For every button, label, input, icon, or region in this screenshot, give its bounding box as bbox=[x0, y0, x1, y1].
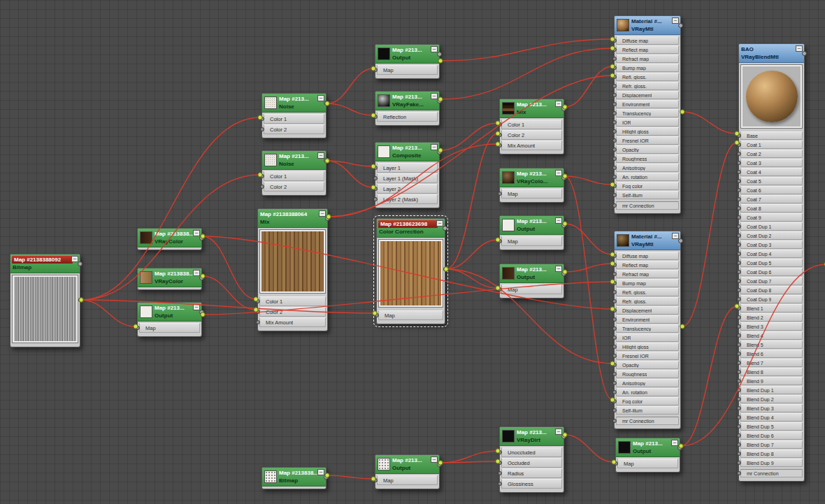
slot-an-rotation[interactable]: An. rotation bbox=[616, 388, 679, 396]
input-socket[interactable] bbox=[612, 138, 617, 143]
output-socket[interactable] bbox=[199, 236, 204, 240]
slot-fog-color[interactable]: Fog color bbox=[616, 182, 679, 190]
slot-blend-6[interactable]: Blend 6 bbox=[740, 350, 803, 358]
input-socket[interactable] bbox=[373, 115, 378, 119]
slot-blend-dup-1[interactable]: Blend Dup 1 bbox=[740, 386, 803, 394]
output-socket[interactable] bbox=[437, 150, 442, 154]
input-socket[interactable] bbox=[737, 379, 741, 383]
node-bitmap-bottom[interactable]: Map #213838...Bitmap– bbox=[261, 467, 327, 489]
slot-layer-2[interactable]: Layer 2 bbox=[377, 184, 438, 194]
slot-roughness[interactable]: Roughness bbox=[616, 370, 679, 378]
node-title-bar[interactable]: Map #213...Output– bbox=[138, 303, 201, 322]
input-socket[interactable] bbox=[737, 134, 741, 138]
input-socket[interactable] bbox=[737, 471, 741, 475]
node-vraycolor-b[interactable]: Map #213838...VRayColor– bbox=[137, 268, 202, 290]
input-socket[interactable] bbox=[737, 461, 741, 465]
input-socket[interactable] bbox=[612, 120, 617, 124]
node-composite[interactable]: Map #213...Composite–Layer 1Layer 1 (Mas… bbox=[375, 142, 440, 208]
input-socket[interactable] bbox=[612, 254, 617, 258]
slot-fresnel-ior[interactable]: Fresnel IOR bbox=[616, 352, 679, 360]
collapse-button[interactable]: – bbox=[672, 233, 679, 239]
node-output-top[interactable]: Map #213...Output–Map bbox=[375, 44, 440, 79]
input-socket[interactable] bbox=[737, 315, 741, 319]
node-output-br[interactable]: Map #213...Output–Map bbox=[615, 438, 680, 473]
slot-coat-dup-7[interactable]: Coat Dup 7 bbox=[740, 277, 803, 285]
input-socket[interactable] bbox=[256, 320, 260, 324]
input-socket[interactable] bbox=[375, 313, 379, 317]
slot-layer-1-mask-[interactable]: Layer 1 (Mask) bbox=[377, 173, 438, 183]
input-socket[interactable] bbox=[612, 129, 617, 134]
slot-reflection[interactable]: Reflection bbox=[377, 112, 438, 122]
input-socket[interactable] bbox=[612, 263, 617, 267]
node-title-bar[interactable]: Map #213...Output– bbox=[375, 45, 439, 64]
input-socket[interactable] bbox=[737, 361, 741, 365]
input-socket[interactable] bbox=[612, 408, 617, 412]
collapse-button[interactable]: – bbox=[193, 270, 200, 276]
slot-mix-amount[interactable]: Mix Amount bbox=[259, 317, 326, 327]
node-title-bar[interactable]: Map #213838...VRayColor– bbox=[138, 229, 201, 247]
slot-reflect-map[interactable]: Reflect map bbox=[616, 45, 679, 54]
slot-color-2[interactable]: Color 2 bbox=[264, 124, 324, 134]
input-socket[interactable] bbox=[612, 48, 617, 52]
node-bitmap-main[interactable]: Map #2138388092Bitmap– bbox=[10, 254, 80, 347]
input-socket[interactable] bbox=[136, 326, 140, 330]
input-socket[interactable] bbox=[737, 415, 741, 419]
collapse-button[interactable]: – bbox=[436, 220, 443, 226]
node-vraycolor-right[interactable]: Map #213...VRayColo...–Map bbox=[499, 168, 564, 203]
input-socket[interactable] bbox=[612, 38, 617, 43]
input-socket[interactable] bbox=[612, 336, 617, 340]
input-socket[interactable] bbox=[737, 433, 741, 438]
input-socket[interactable] bbox=[737, 370, 741, 374]
node-title-bar[interactable]: Map #213...Output– bbox=[375, 455, 439, 474]
slot-refl-gloss-[interactable]: Refl. gloss. bbox=[616, 73, 679, 81]
slot-coat-dup-6[interactable]: Coat Dup 6 bbox=[740, 268, 803, 276]
slot-map[interactable]: Map bbox=[139, 323, 200, 333]
collapse-button[interactable]: – bbox=[671, 440, 678, 446]
input-socket[interactable] bbox=[737, 143, 741, 147]
node-title-bar[interactable]: Map #213...Noise– bbox=[262, 151, 326, 170]
input-socket[interactable] bbox=[612, 381, 617, 385]
input-socket[interactable] bbox=[737, 452, 741, 456]
slot-displacement[interactable]: Displacement bbox=[616, 306, 679, 315]
output-socket[interactable] bbox=[561, 223, 566, 228]
slot-coat-5[interactable]: Coat 5 bbox=[740, 177, 803, 185]
input-socket[interactable] bbox=[612, 111, 617, 115]
input-socket[interactable] bbox=[737, 233, 741, 238]
input-socket[interactable] bbox=[614, 461, 618, 466]
input-socket[interactable] bbox=[612, 147, 617, 152]
collapse-button[interactable]: – bbox=[317, 469, 324, 475]
input-socket[interactable] bbox=[737, 224, 741, 229]
slot-map[interactable]: Map bbox=[377, 475, 438, 485]
slot-mix-amount[interactable]: Mix Amount bbox=[501, 141, 562, 150]
output-socket[interactable] bbox=[802, 51, 807, 56]
input-socket[interactable] bbox=[612, 166, 617, 170]
slot-ior[interactable]: IOR bbox=[616, 118, 679, 127]
slot-self-illum[interactable]: Self-illum bbox=[616, 191, 679, 199]
slot-map[interactable]: Map bbox=[378, 310, 443, 320]
input-socket[interactable] bbox=[612, 326, 617, 331]
output-socket[interactable] bbox=[561, 271, 566, 276]
output-socket[interactable] bbox=[437, 462, 442, 467]
input-socket[interactable] bbox=[737, 161, 741, 165]
input-socket[interactable] bbox=[612, 84, 617, 88]
slot-translucency[interactable]: Translucency bbox=[616, 324, 679, 333]
slot-unoccluded[interactable]: Unoccluded bbox=[501, 447, 562, 457]
collapse-button[interactable]: – bbox=[317, 152, 324, 159]
node-color-correction[interactable]: Map #2138623698Color Correction–Map bbox=[376, 218, 445, 324]
slot-layer-1[interactable]: Layer 1 bbox=[377, 163, 438, 173]
node-mix-main[interactable]: Map #2138388064Mix–Color 1Color 2Mix Amo… bbox=[257, 208, 328, 331]
input-socket[interactable] bbox=[612, 272, 617, 276]
collapse-button[interactable]: – bbox=[431, 46, 438, 52]
collapse-button[interactable]: – bbox=[193, 230, 200, 236]
output-socket[interactable] bbox=[561, 175, 566, 180]
slot-map[interactable]: Map bbox=[377, 65, 438, 75]
input-socket[interactable] bbox=[612, 66, 617, 70]
collapse-button[interactable]: – bbox=[431, 144, 438, 150]
collapse-button[interactable]: – bbox=[71, 256, 78, 262]
slot-map[interactable]: Map bbox=[501, 285, 562, 294]
node-output-left[interactable]: Map #213...Output–Map bbox=[137, 302, 202, 337]
collapse-button[interactable]: – bbox=[555, 217, 562, 224]
input-socket[interactable] bbox=[256, 299, 260, 303]
node-title-bar[interactable]: Map #213...VRayDirt– bbox=[500, 427, 564, 446]
input-socket[interactable] bbox=[612, 372, 617, 376]
